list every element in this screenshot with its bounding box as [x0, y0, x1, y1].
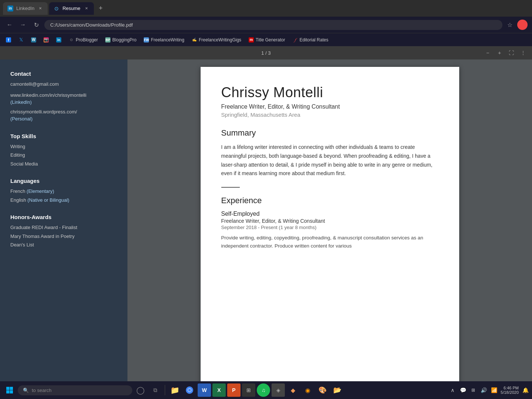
- bloggingpro-label: BloggingPro: [112, 37, 136, 42]
- taskbar-separator-1: [165, 385, 165, 395]
- taskbar-folder2[interactable]: 📂: [331, 383, 344, 397]
- linkedin-tab-label: LinkedIn: [16, 6, 34, 11]
- editorialrates-label: Editorial Rates: [300, 37, 328, 42]
- summary-heading: Summary: [221, 128, 439, 138]
- taskbar-cortana[interactable]: ◯: [134, 383, 147, 397]
- bookmark-freelancewritinggigs[interactable]: ✍ FreelanceWritingGigs: [189, 36, 244, 44]
- linkedin-link-label: (LinkedIn): [10, 99, 32, 105]
- taskbar-excel[interactable]: X: [212, 383, 226, 397]
- title-bar: in LinkedIn ✕ ⊙ Resume ✕ +: [0, 0, 532, 17]
- back-button[interactable]: ←: [4, 20, 15, 30]
- fullscreen-button[interactable]: ⛶: [507, 48, 516, 57]
- tab-linkedin[interactable]: in LinkedIn ✕: [3, 2, 48, 15]
- taskbar-powerpoint[interactable]: P: [227, 383, 241, 397]
- taskbar: 🔍 to search ◯ ⧉ 📁 W X P ⊞ ♫ ◈ ◆ ◉ 🎨 📂 ∧ …: [0, 381, 532, 399]
- editorialrates-icon: 𝑓: [293, 37, 298, 42]
- network-icon[interactable]: ⊞: [470, 386, 477, 394]
- skill-social-media: Social Media: [10, 160, 117, 168]
- linkedin-bm-icon: in: [56, 37, 61, 42]
- new-tab-button[interactable]: +: [95, 3, 106, 14]
- bookmark-titlegenerator[interactable]: m Title Generator: [246, 36, 288, 44]
- bookmark-wordpress[interactable]: W: [28, 36, 39, 44]
- contact-section: Contact camontelli@gmail.com www.linkedi…: [10, 71, 117, 123]
- page-counter: 1 / 3: [261, 50, 270, 56]
- address-bar[interactable]: C:/Users/camon/Downloads/Profile.pdf: [44, 20, 502, 30]
- honor-2: Mary Thomas Award in Poetry: [10, 233, 117, 240]
- bookmark-problogger[interactable]: ⊙ ProBlogger: [66, 36, 101, 44]
- contact-linkedin: www.linkedin.com/in/chrissymontelli (Lin…: [10, 92, 117, 106]
- wordpress-link-label: (Personal): [10, 116, 33, 122]
- svg-rect-2: [6, 391, 10, 394]
- page-controls: 1 / 3 − + ⛶ ⋮: [0, 46, 532, 59]
- svg-rect-1: [10, 387, 13, 390]
- facebook-icon: f: [6, 37, 11, 42]
- contact-email: camontelli@gmail.com: [10, 81, 117, 88]
- volume-icon[interactable]: 🔊: [480, 386, 487, 394]
- freelancewritinggigs-icon: ✍: [192, 37, 197, 42]
- taskbar-chrome[interactable]: [183, 383, 196, 397]
- taskbar-app1[interactable]: ◈: [272, 383, 285, 397]
- linkedin-tab-icon: in: [7, 6, 13, 11]
- profile-avatar[interactable]: [517, 20, 528, 30]
- taskbar-search[interactable]: 🔍 to search: [18, 385, 132, 395]
- exp-dates-1: September 2018 - Present (1 year 8 month…: [221, 225, 439, 230]
- instagram-icon: 📷: [44, 37, 49, 42]
- languages-section: Languages French (Elementary) English (N…: [10, 178, 117, 204]
- bookmark-editorialrates[interactable]: 𝑓 Editorial Rates: [290, 36, 331, 44]
- svg-rect-3: [10, 391, 13, 394]
- address-bar-value: C:/Users/camon/Downloads/Profile.pdf: [50, 22, 133, 28]
- honor-3: Dean's List: [10, 241, 117, 249]
- taskbar-app3[interactable]: ◉: [301, 383, 314, 397]
- pdf-page: Chrissy Montelli Freelance Writer, Edito…: [201, 67, 459, 381]
- taskbar-calculator[interactable]: ⊞: [242, 383, 255, 397]
- problogger-icon: ⊙: [69, 37, 74, 42]
- taskbar-app2[interactable]: ◆: [286, 383, 300, 397]
- bookmark-star-icon[interactable]: ☆: [505, 20, 514, 29]
- search-icon: 🔍: [23, 388, 29, 393]
- linkedin-tab-close[interactable]: ✕: [37, 6, 43, 11]
- bookmark-bloggingpro[interactable]: BP BloggingPro: [102, 36, 139, 44]
- zoom-out-button[interactable]: −: [483, 48, 492, 57]
- wifi-icon[interactable]: 📶: [490, 386, 498, 394]
- windows-start-button[interactable]: [3, 383, 16, 397]
- refresh-button[interactable]: ↻: [31, 20, 41, 30]
- taskbar-word[interactable]: W: [198, 383, 211, 397]
- honors-section: Honors-Awards Graduate REDI Award - Fina…: [10, 214, 117, 249]
- bloggingpro-icon: BP: [105, 37, 110, 42]
- notifications-icon[interactable]: 🔔: [522, 386, 529, 394]
- freelancewriting-label: FreelanceWriting: [151, 37, 184, 42]
- bookmark-linkedin[interactable]: in: [53, 36, 64, 44]
- forward-button[interactable]: →: [18, 20, 28, 30]
- taskbar-system-tray: ∧ 💬 ⊞ 🔊 📶 6:46 PM 5/18/2020 🔔: [449, 386, 529, 395]
- taskbar-fileexplorer[interactable]: 📁: [168, 383, 181, 397]
- resume-tab-close[interactable]: ✕: [83, 6, 89, 11]
- bookmark-instagram[interactable]: 📷: [41, 36, 52, 44]
- exp-desc-1: Provide writing, editing, copyediting, p…: [221, 234, 439, 250]
- taskbar-paint[interactable]: 🎨: [316, 383, 329, 397]
- contact-title: Contact: [10, 71, 117, 77]
- bookmarks-bar: f 𝕏 W 📷 in ⊙ ProBlogger BP BloggingPro F…: [0, 33, 532, 46]
- language-english: English (Native or Bilingual): [10, 197, 117, 204]
- skill-editing: Editing: [10, 151, 117, 159]
- chrome-icon: [185, 386, 194, 394]
- freelancewritinggigs-label: FreelanceWritingGigs: [199, 37, 241, 42]
- skill-writing: Writing: [10, 143, 117, 150]
- bookmark-freelancewriting[interactable]: FW FreelanceWriting: [141, 36, 187, 44]
- resume-tab-label: Resume: [62, 6, 80, 11]
- bookmark-twitter[interactable]: 𝕏: [16, 36, 27, 44]
- bookmark-facebook[interactable]: f: [3, 36, 14, 44]
- languages-title: Languages: [10, 178, 117, 184]
- zoom-in-button[interactable]: +: [495, 48, 504, 57]
- svg-rect-0: [6, 387, 10, 390]
- twitter-icon: 𝕏: [18, 37, 24, 42]
- windows-logo-icon: [6, 386, 13, 394]
- search-placeholder: to search: [32, 388, 51, 393]
- tab-resume[interactable]: ⊙ Resume ✕: [49, 2, 93, 15]
- chat-icon[interactable]: 💬: [459, 386, 467, 394]
- taskbar-taskview[interactable]: ⧉: [149, 383, 162, 397]
- more-options-button[interactable]: ⋮: [519, 48, 528, 57]
- expand-tray-icon[interactable]: ∧: [449, 386, 456, 394]
- system-clock: 6:46 PM 5/18/2020: [501, 386, 519, 395]
- pdf-main[interactable]: Chrissy Montelli Freelance Writer, Edito…: [127, 59, 532, 381]
- taskbar-spotify[interactable]: ♫: [257, 383, 270, 397]
